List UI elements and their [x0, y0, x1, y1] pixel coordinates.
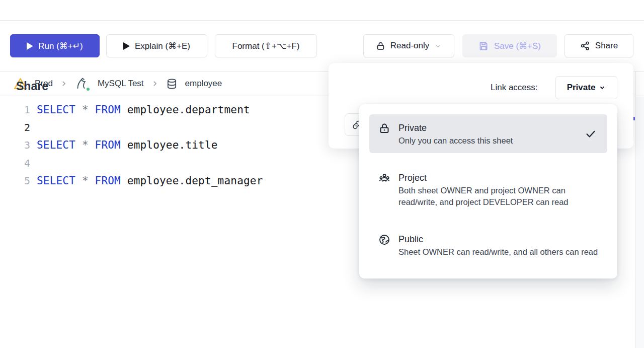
access-menu: PrivateOnly you can access this sheetPro…	[359, 104, 617, 279]
right-panel-gutter	[636, 97, 644, 348]
chevron-down-icon	[434, 42, 442, 50]
chevron-right-icon	[60, 80, 67, 87]
run-button[interactable]: Run (⌘+↵)	[10, 34, 100, 57]
code-line[interactable]: 1SELECT * FROM employee.department	[0, 101, 327, 118]
breadcrumb-instance[interactable]: MySQL Test	[98, 79, 144, 89]
code-text: SELECT * FROM employee.title	[37, 139, 218, 151]
line-number: 5	[0, 175, 30, 187]
breadcrumb-database[interactable]: employee	[185, 79, 222, 89]
line-number: 1	[0, 104, 30, 116]
access-option-private[interactable]: PrivateOnly you can access this sheet	[369, 114, 607, 153]
line-number: 2	[0, 121, 30, 133]
format-button-label: Format (⇧+⌥+F)	[232, 41, 300, 51]
option-description: Only you can access this sheet	[398, 135, 513, 147]
share-button[interactable]: Share	[565, 34, 633, 57]
chevron-down-icon	[599, 84, 606, 91]
code-line[interactable]: 5SELECT * FROM employee.dept_manager	[0, 172, 327, 189]
option-title: Private	[398, 121, 513, 135]
lock-icon	[376, 41, 385, 51]
top-divider	[0, 20, 644, 21]
code-line[interactable]: 2	[0, 118, 327, 136]
line-number: 3	[0, 139, 30, 151]
code-text: SELECT * FROM employee.dept_manager	[37, 175, 263, 187]
run-button-label: Run (⌘+↵)	[38, 41, 83, 51]
explain-button-label: Explain (⌘+E)	[135, 41, 190, 51]
option-description: Sheet OWNER can read/write, and all othe…	[398, 246, 598, 258]
line-number: 4	[0, 157, 30, 169]
option-description: Both sheet OWNER and project OWNER can r…	[398, 185, 600, 208]
users-icon	[378, 171, 390, 208]
access-option-project[interactable]: ProjectBoth sheet OWNER and project OWNE…	[369, 164, 607, 215]
mysql-icon	[75, 76, 90, 91]
link-access-value: Private	[567, 83, 596, 93]
share-popup-title: Share	[16, 80, 48, 93]
code-text: SELECT * FROM employee.department	[37, 104, 250, 116]
chevron-right-icon	[151, 80, 158, 87]
play-icon	[27, 42, 33, 50]
explain-button[interactable]: Explain (⌘+E)	[106, 34, 207, 57]
sql-editor-app: Run (⌘+↵) Explain (⌘+E) Format (⇧+⌥+F) R…	[0, 0, 644, 348]
link-access-label: Link access:	[491, 83, 538, 93]
readonly-label: Read-only	[390, 41, 430, 51]
option-title: Project	[398, 171, 600, 185]
editor-lines[interactable]: 1SELECT * FROM employee.department23SELE…	[0, 101, 327, 189]
save-button[interactable]: Save (⌘+S)	[462, 34, 557, 57]
status-online-dot	[86, 87, 91, 92]
play-icon	[123, 42, 130, 50]
format-button[interactable]: Format (⇧+⌥+F)	[215, 34, 317, 57]
code-line[interactable]: 3SELECT * FROM employee.title	[0, 136, 327, 154]
database-icon	[166, 78, 178, 90]
check-icon	[585, 128, 596, 140]
lock-icon	[378, 121, 390, 147]
option-title: Public	[398, 232, 598, 246]
save-icon	[478, 41, 489, 51]
code-line[interactable]: 4	[0, 154, 327, 172]
access-option-public[interactable]: PublicSheet OWNER can read/write, and al…	[369, 226, 607, 264]
readonly-mode-button[interactable]: Read-only	[363, 34, 454, 57]
globe-icon	[378, 232, 390, 258]
link-access-dropdown[interactable]: Private	[555, 76, 617, 99]
save-button-label: Save (⌘+S)	[494, 41, 541, 51]
share-button-label: Share	[595, 41, 618, 51]
share-icon	[580, 41, 590, 51]
